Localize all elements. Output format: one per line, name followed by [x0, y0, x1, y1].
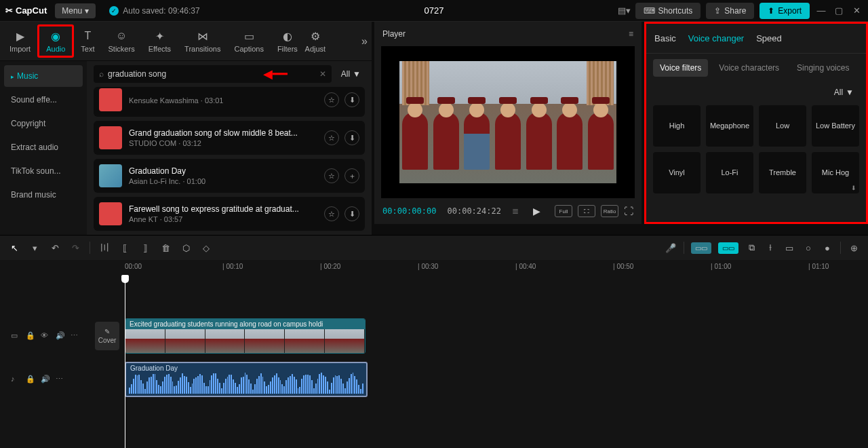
link-icon[interactable]: ⧉: [745, 242, 757, 254]
maximize-button[interactable]: ▢: [833, 5, 845, 16]
voice-filter-lofi[interactable]: Lo-Fi: [706, 152, 753, 193]
expand-tabs-icon[interactable]: »: [361, 35, 368, 48]
time-ruler[interactable]: 00:00 | 00:10 | 00:20 | 00:30 | 00:40 | …: [0, 260, 868, 276]
tab-stickers[interactable]: ☺Stickers: [102, 26, 142, 56]
song-row[interactable]: Farewell song to express gratitude at gr…: [94, 197, 365, 231]
voice-filter-mic-hog[interactable]: Mic Hog⬇: [812, 152, 859, 193]
mouse-icon[interactable]: ●: [821, 242, 833, 254]
magnet-on-icon[interactable]: ▭▭: [718, 242, 738, 254]
mute-icon[interactable]: 🔊: [56, 331, 65, 341]
mute-icon[interactable]: 🔊: [41, 375, 50, 384]
more-icon[interactable]: ⋯: [56, 375, 65, 384]
filter-all-button[interactable]: All ▼: [337, 67, 365, 81]
song-row[interactable]: Kensuke Kawashima · 03:01 ☆⬇: [94, 87, 365, 117]
tab-audio[interactable]: ◉Audio: [37, 24, 74, 58]
shortcuts-button[interactable]: ⌨Shortcuts: [635, 3, 701, 19]
subtab-voice-characters[interactable]: Voice characters: [712, 59, 786, 77]
rtab-speed[interactable]: Speed: [756, 29, 782, 48]
tab-text[interactable]: TText: [74, 26, 101, 56]
trim-left-tool[interactable]: ⟦: [119, 242, 131, 254]
shield-tool[interactable]: ⬡: [180, 242, 192, 254]
align-icon[interactable]: ⫲: [764, 242, 776, 254]
playhead[interactable]: [125, 276, 125, 448]
voice-filter-low[interactable]: Low: [759, 105, 806, 147]
eye-icon[interactable]: 👁: [41, 331, 50, 341]
columns-icon[interactable]: ≣: [512, 206, 519, 216]
minimize-button[interactable]: —: [815, 5, 827, 16]
voice-filter-vinyl[interactable]: Vinyl: [653, 152, 701, 193]
audio-track[interactable]: ♪ 🔒 🔊 ⋯ Graduation Day: [0, 360, 868, 398]
subtab-singing-voices[interactable]: Singing voices: [790, 59, 856, 77]
download-icon[interactable]: ⬇: [344, 92, 359, 107]
song-thumbnail: [99, 126, 122, 149]
marker-tool[interactable]: ◇: [200, 242, 212, 254]
voice-filter-tremble[interactable]: Tremble: [759, 152, 806, 193]
full-button[interactable]: Full: [555, 205, 572, 217]
project-title[interactable]: 0727: [425, 5, 444, 16]
download-icon[interactable]: ⬇: [344, 130, 359, 145]
tab-import[interactable]: ▶Import: [3, 26, 37, 56]
rtab-voice-changer[interactable]: Voice changer: [688, 29, 744, 48]
lock-icon[interactable]: 🔒: [26, 375, 35, 384]
video-preview[interactable]: [381, 46, 635, 198]
clear-search-icon[interactable]: ✕: [319, 69, 326, 79]
check-icon: ✓: [109, 6, 119, 16]
sidenav-brand-music[interactable]: Brand music: [4, 184, 83, 206]
voice-filter-megaphone[interactable]: Megaphone: [706, 105, 753, 147]
mic-icon[interactable]: 🎤: [665, 242, 677, 254]
favorite-icon[interactable]: ☆: [324, 168, 339, 183]
undo-button[interactable]: ↶: [49, 242, 61, 254]
video-clip[interactable]: Excited graduating students running alon…: [125, 318, 366, 354]
crop-button[interactable]: ⛶: [578, 205, 595, 217]
cover-button[interactable]: ✎Cover: [95, 322, 119, 350]
favorite-icon[interactable]: ☆: [324, 130, 339, 145]
lock-icon[interactable]: 🔒: [26, 331, 35, 341]
download-icon[interactable]: ⬇: [344, 206, 359, 221]
fullscreen-icon[interactable]: ⛶: [624, 206, 633, 217]
tab-transitions[interactable]: ⋈Transitions: [178, 26, 227, 56]
cursor-tool[interactable]: ↖: [8, 242, 20, 254]
tab-effects[interactable]: ✦Effects: [142, 26, 178, 56]
add-icon[interactable]: ＋: [344, 168, 359, 183]
rtab-basic[interactable]: Basic: [654, 29, 676, 48]
menu-button[interactable]: Menu ▾: [55, 3, 96, 18]
sidenav-music[interactable]: Music: [4, 65, 83, 87]
song-row[interactable]: Grand graduation song of slow middle 8 b…: [94, 121, 365, 155]
audio-clip[interactable]: Graduation Day: [125, 362, 368, 397]
chevron-down-icon[interactable]: ▾: [28, 242, 41, 254]
song-row[interactable]: Graduation DayAsian Lo-Fi Inc. · 01:00 ☆…: [94, 159, 365, 193]
title-bar: ✂ CapCut Menu ▾ ✓ Auto saved: 09:46:37 0…: [0, 0, 868, 22]
tab-filters[interactable]: ◐Filters: [271, 26, 304, 56]
more-icon[interactable]: ⋯: [71, 331, 80, 341]
ratio-button[interactable]: Ratio: [601, 205, 618, 217]
tab-captions[interactable]: ▭Captions: [227, 26, 270, 56]
close-button[interactable]: ✕: [850, 5, 863, 16]
layout-icon[interactable]: ▤▾: [618, 5, 630, 16]
favorite-icon[interactable]: ☆: [324, 206, 339, 221]
subtab-voice-filters[interactable]: Voice filters: [653, 59, 708, 77]
trim-right-tool[interactable]: ⟧: [139, 242, 151, 254]
song-thumbnail: [99, 88, 122, 111]
video-track[interactable]: ▭ 🔒 👁 🔊 ⋯ ✎Cover Excited graduating stud…: [0, 317, 868, 355]
search-box[interactable]: ⌕ ◀━━ ✕: [94, 65, 332, 83]
preview-icon[interactable]: ▭: [783, 242, 795, 254]
voice-filter-high[interactable]: High: [653, 105, 701, 147]
sidenav-copyright[interactable]: Copyright: [4, 113, 83, 134]
redo-button[interactable]: ↷: [69, 242, 81, 254]
sidenav-sound-effects[interactable]: Sound effe...: [4, 89, 83, 111]
favorite-icon[interactable]: ☆: [324, 92, 339, 107]
circle-icon[interactable]: ○: [802, 242, 814, 254]
zoom-in-icon[interactable]: ⊕: [848, 242, 860, 254]
magnet-off-icon[interactable]: ▭▭: [691, 242, 711, 254]
export-button[interactable]: ⬆Export: [760, 3, 810, 19]
share-button[interactable]: ⇪Share: [706, 3, 754, 19]
sidenav-extract-audio[interactable]: Extract audio: [4, 136, 83, 158]
split-tool[interactable]: 〣: [98, 242, 111, 254]
filter-all-button[interactable]: All ▼: [830, 85, 858, 100]
tab-adjust[interactable]: ⚙Adjust: [304, 26, 326, 56]
delete-tool[interactable]: 🗑: [159, 242, 172, 254]
player-menu-icon[interactable]: ≡: [629, 29, 633, 39]
voice-filter-low-battery[interactable]: Low Battery: [812, 105, 859, 147]
sidenav-tiktok-sounds[interactable]: TikTok soun...: [4, 160, 83, 182]
play-button[interactable]: ▶: [533, 206, 540, 217]
